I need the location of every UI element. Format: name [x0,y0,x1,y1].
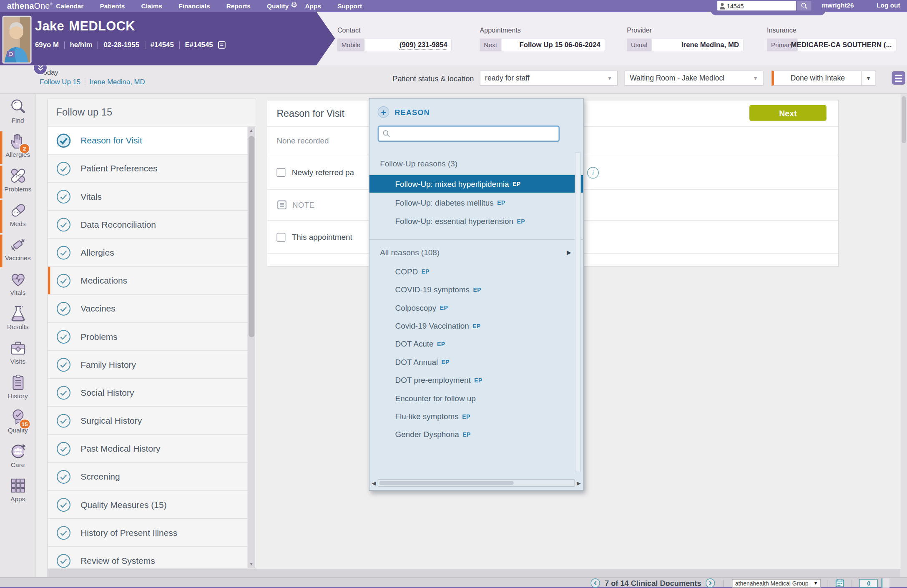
checklist-item-vitals[interactable]: Vitals [48,183,248,211]
nav-claims[interactable]: Claims [141,3,162,10]
next-document-button[interactable] [706,578,715,588]
info-icon[interactable]: i [587,167,599,178]
encounter-provider-link[interactable]: Irene Medina, MD [89,78,145,86]
checklist-title: Follow up 15 [48,99,256,127]
check-circle-icon [56,273,71,288]
reason-option-flu-like-symptoms[interactable]: Flu-like symptoms EP [369,407,583,425]
rail-item-visits[interactable]: Visits [0,337,35,372]
checklist-item-past-medical-history[interactable]: Past Medical History [48,435,248,463]
settings-gear-icon[interactable]: ⚙ [291,0,297,9]
reason-option-encounter-for-follow-up[interactable]: Encounter for follow up [369,389,583,407]
patient-location-select[interactable]: Waiting Room - Jake Medlocl▼ [625,70,764,85]
reason-option-mixed-hyperlipidemia[interactable]: Follow-Up: mixed hyperlipidemia EP [369,175,583,193]
rail-item-vaccines[interactable]: Vaccines [0,234,35,269]
checklist-item-vaccines[interactable]: Vaccines [48,295,248,323]
rail-item-vitals[interactable]: Vitals [0,269,35,303]
checklist-scrollbar[interactable]: ▲ ▼ [247,127,255,568]
scroll-right-icon[interactable]: ▶ [575,480,581,486]
vitals-heart-icon [8,270,27,289]
top-nav-bar: athenaOne® Calendar Patients Claims Fina… [0,0,907,12]
nav-patients[interactable]: Patients [100,3,125,10]
rail-item-problems[interactable]: Problems [0,165,35,200]
patient-photo[interactable] [3,16,32,64]
checklist-item-reason-for-visit[interactable]: Reason for Visit [48,127,248,155]
reason-option-dot-annual[interactable]: DOT Annual EP [369,353,583,371]
athenaone-logo[interactable]: athenaOne® [7,1,53,10]
organization-select[interactable]: athenahealth Medical Group▼ [732,579,821,588]
reason-option-gender-dysphoria[interactable]: Gender Dysphoria EP [369,425,583,443]
rail-item-allergies[interactable]: 2 Allergies [0,131,35,166]
reason-search-box[interactable] [378,126,560,142]
usual-provider-value[interactable]: Irene Medina, MD [651,38,744,51]
checklist-item-data-reconciliation[interactable]: Data Reconciliation [48,211,248,239]
nav-financials[interactable]: Financials [178,3,210,10]
checklist-item-medications[interactable]: Medications [48,267,248,295]
checklist-item-social-history[interactable]: Social History [48,379,248,407]
page-vertical-scrollbar[interactable] [901,93,907,577]
search-button[interactable] [797,1,812,10]
dropdown-horizontal-scrollbar[interactable]: ◀ ▶ [372,479,581,487]
checklist-item-family-history[interactable]: Family History [48,351,248,379]
checklist-item-screening[interactable]: Screening [48,463,248,491]
expand-right-arrow-icon[interactable]: ▶ [567,249,571,256]
chart-note-icon[interactable] [218,41,226,49]
primary-insurance-value[interactable]: MEDICARE-CA SOUTHERN (... [797,38,897,51]
mobile-value[interactable]: (909) 231-9854 [364,38,452,51]
reason-search-input[interactable] [393,129,555,139]
patient-search-input[interactable] [726,2,786,10]
reason-option-covid19-symptoms[interactable]: COVID-19 symptoms EP [369,281,583,298]
all-reasons-group-label[interactable]: All reasons (108) [380,248,440,257]
logo-light: One [34,1,50,10]
checklist-item-problems[interactable]: Problems [48,323,248,351]
checklist-item-patient-preferences[interactable]: Patient Preferences [48,155,248,183]
encounter-link[interactable]: Follow Up 15 [40,78,80,86]
checklist-item-surgical-history[interactable]: Surgical History [48,407,248,435]
nav-quality[interactable]: Quality [267,3,289,10]
scroll-left-icon[interactable]: ◀ [372,480,378,486]
intake-caret-button[interactable]: ▼ [862,71,875,85]
add-reason-button[interactable]: + REASON [378,106,430,118]
scrollbar-thumb[interactable] [249,136,254,337]
mobile-label: Mobile [337,38,364,51]
nav-reports[interactable]: Reports [226,3,251,10]
rail-item-meds[interactable]: Meds [0,200,35,234]
reason-option-essential-hypertension[interactable]: Follow-Up: essential hypertension EP [369,212,583,230]
rail-item-care[interactable]: Care [0,441,35,475]
reason-option-dot-pre-employment[interactable]: DOT pre-employment EP [369,371,583,389]
reason-option-dot-acute[interactable]: DOT Acute EP [369,335,583,352]
newly-referred-checkbox[interactable] [276,168,285,176]
done-with-intake-button[interactable]: Done with Intake ▼ [771,70,875,85]
next-button[interactable]: Next [749,105,827,121]
notification-counter[interactable]: 0 [859,579,878,588]
scrollbar-thumb[interactable] [902,96,906,143]
rail-item-quality[interactable]: 15 Quality [0,406,35,441]
rail-item-apps[interactable]: Apps [0,475,35,510]
checklist-item-quality-measures[interactable]: Quality Measures (15) [48,491,248,519]
scrollbar-thumb[interactable] [379,481,514,485]
nav-support[interactable]: Support [337,3,362,10]
nav-apps[interactable]: Apps [305,3,321,10]
username[interactable]: mwright26 [822,2,854,9]
rail-item-results[interactable]: Results [0,303,35,337]
rail-item-history[interactable]: History [0,372,35,407]
this-appointment-checkbox[interactable] [276,233,285,241]
reason-option-colposcopy[interactable]: Colposcopy EP [369,299,583,317]
calendar-icon[interactable] [835,578,844,588]
menu-hamburger-icon[interactable] [892,71,905,85]
nav-calendar[interactable]: Calendar [56,3,83,10]
next-appointment-value[interactable]: Follow Up 15 06-06-2024 [501,38,605,51]
reason-option-copd[interactable]: COPD EP [369,263,583,280]
checklist-item-review-of-systems[interactable]: Review of Systems [48,547,248,569]
previous-document-button[interactable] [590,578,600,588]
patient-status-select[interactable]: ready for staff▼ [480,70,617,85]
logout-link[interactable]: Log out [877,2,900,9]
dropdown-vertical-scrollbar[interactable] [575,152,581,472]
scroll-up-icon[interactable]: ▲ [247,127,255,134]
reason-option-covid19-vaccination[interactable]: Covid-19 Vaccination EP [369,317,583,334]
reason-option-diabetes-mellitus[interactable]: Follow-Up: diabetes mellitus EP [369,194,583,211]
scroll-down-icon[interactable]: ▼ [247,560,255,568]
checklist-item-history-of-present-illness[interactable]: History of Present Illness [48,519,248,547]
horizontal-scrollbar-track[interactable] [47,569,900,578]
checklist-item-allergies[interactable]: Allergies [48,239,248,266]
rail-item-find[interactable]: Find [0,96,35,131]
